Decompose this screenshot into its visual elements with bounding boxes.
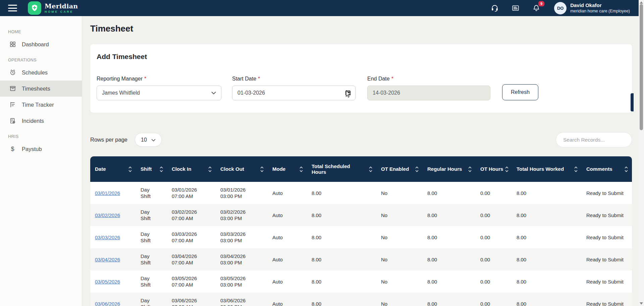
sort-icon[interactable]: [505, 166, 508, 172]
column-header-total-scheduled-hours[interactable]: Total Scheduled Hours: [307, 156, 376, 182]
comments-cell: Ready to Submit: [582, 248, 632, 270]
date-link[interactable]: 03/01/2026: [95, 190, 120, 196]
scrollbar-thumb[interactable]: [640, 4, 643, 130]
sort-icon[interactable]: [260, 166, 264, 172]
sidebar-section-operations: OPERATIONS: [8, 58, 82, 62]
required-asterisk: *: [391, 76, 393, 82]
sidebar-item-incidents[interactable]: Incidents: [0, 113, 82, 129]
sort-icon[interactable]: [300, 166, 303, 172]
date-link[interactable]: 03/05/2026: [95, 279, 120, 285]
notifications-bell-icon[interactable]: 9: [532, 4, 541, 12]
notification-count-badge: 9: [538, 1, 544, 6]
start-date-input[interactable]: [232, 86, 356, 100]
sort-icon[interactable]: [369, 166, 372, 172]
meridian-logo-icon: [28, 1, 41, 15]
total-scheduled-hours-cell: 8.00: [307, 270, 376, 293]
scroll-down-arrow[interactable]: [640, 302, 643, 305]
ot-hours-cell: 0.00: [476, 293, 512, 306]
reporting-manager-select[interactable]: James Whitfield: [97, 86, 221, 100]
user-avatar: DO: [554, 2, 567, 14]
clock-out-cell: 03/03/202603:00 PM: [216, 226, 268, 248]
clock-out-cell: 03/02/202603:00 PM: [216, 204, 268, 226]
end-date-label: End Date*: [367, 76, 490, 82]
sidebar-item-timesheets[interactable]: Timesheets: [0, 81, 82, 97]
sidebar-item-label: Dashboard: [22, 41, 49, 48]
user-name: David Okafor: [570, 2, 630, 9]
clock-in-cell: 03/01/202607:00 AM: [167, 182, 216, 204]
total-scheduled-hours-cell: 8.00: [307, 204, 376, 226]
page-title: Timesheet: [90, 23, 632, 34]
total-scheduled-hours-cell: 8.00: [307, 182, 376, 204]
sort-icon[interactable]: [574, 166, 578, 172]
column-header-ot-hours[interactable]: OT Hours: [476, 156, 512, 182]
table-row: 03/05/2026 DayShift 03/05/202607:00 AM 0…: [90, 270, 632, 293]
date-link[interactable]: 03/02/2026: [95, 212, 120, 218]
brand-logo[interactable]: Meridian HOME CARE: [28, 1, 78, 15]
sort-icon[interactable]: [128, 166, 132, 172]
calendar-icon[interactable]: [345, 90, 351, 97]
page-scrollbar[interactable]: [639, 0, 644, 306]
sidebar-item-schedules[interactable]: Schedules: [0, 64, 82, 81]
timesheet-table: Date Shift Clock In Clock Out Mode Total…: [90, 156, 632, 306]
mode-cell: Auto: [268, 293, 307, 306]
shift-cell: DayShift: [136, 226, 167, 248]
support-headset-icon[interactable]: [490, 4, 499, 12]
search-input[interactable]: [556, 132, 632, 147]
sort-icon[interactable]: [415, 166, 419, 172]
ot-enabled-cell: No: [376, 182, 423, 204]
news-icon[interactable]: [511, 4, 520, 12]
dollar-icon: $: [9, 146, 16, 153]
shift-cell: DayShift: [136, 293, 167, 306]
shift-cell: DayShift: [136, 182, 167, 204]
card-heading: Add Timesheet: [97, 53, 625, 61]
chevron-down-icon: [151, 137, 156, 143]
chevron-down-icon: [211, 90, 216, 96]
sidebar-item-paystub[interactable]: $ Paystub: [0, 141, 82, 157]
sidebar-item-time-tracker[interactable]: Time Tracker: [0, 97, 82, 113]
column-header-mode[interactable]: Mode: [268, 156, 307, 182]
total-scheduled-hours-cell: 8.00: [307, 248, 376, 270]
brand-tagline: HOME CARE: [45, 10, 78, 13]
sidebar-item-label: Time Tracker: [22, 102, 54, 108]
refresh-button[interactable]: Refresh: [502, 84, 538, 100]
column-header-regular-hours[interactable]: Regular Hours: [423, 156, 476, 182]
sidebar-item-label: Timesheets: [22, 86, 50, 92]
sidebar-item-dashboard[interactable]: Dashboard: [0, 36, 82, 52]
shift-cell: DayShift: [136, 248, 167, 270]
column-header-clock-out[interactable]: Clock Out: [216, 156, 268, 182]
sort-icon[interactable]: [160, 166, 163, 172]
comments-cell: Ready to Submit: [582, 293, 632, 306]
date-link[interactable]: 03/03/2026: [95, 235, 120, 240]
sidebar-section-hris: HRIS: [8, 134, 82, 139]
comments-cell: Ready to Submit: [582, 226, 632, 248]
table-row: 03/06/2026 DayShift 03/06/202607:00 AM 0…: [90, 293, 632, 306]
reporting-manager-value: James Whitfield: [102, 90, 140, 96]
add-timesheet-card: Add Timesheet Reporting Manager* James W…: [90, 44, 632, 113]
scroll-up-arrow[interactable]: [640, 1, 643, 4]
ot-enabled-cell: No: [376, 226, 423, 248]
reporting-manager-label: Reporting Manager*: [97, 76, 221, 82]
date-link[interactable]: 03/06/2026: [95, 301, 120, 306]
shift-cell: DayShift: [136, 204, 167, 226]
total-hours-worked-cell: 8.00: [512, 248, 582, 270]
menu-toggle-button[interactable]: [8, 5, 17, 11]
column-header-comments[interactable]: Comments: [582, 156, 632, 182]
user-menu[interactable]: DO David Okafor meridian home care (Empl…: [554, 2, 630, 14]
column-header-total-hours-worked[interactable]: Total Hours Worked: [512, 156, 582, 182]
end-date-input: [367, 86, 490, 100]
ot-hours-cell: 0.00: [476, 182, 512, 204]
date-link[interactable]: 03/04/2026: [95, 257, 120, 262]
column-header-clock-in[interactable]: Clock In: [167, 156, 216, 182]
comments-cell: Ready to Submit: [582, 204, 632, 226]
sort-icon[interactable]: [468, 166, 472, 172]
rows-per-page-select[interactable]: 10: [135, 133, 162, 147]
ot-enabled-cell: No: [376, 270, 423, 293]
main-content: Timesheet Add Timesheet Reporting Manage…: [82, 16, 639, 306]
column-header-ot-enabled[interactable]: OT Enabled: [376, 156, 423, 182]
column-header-date[interactable]: Date: [90, 156, 136, 182]
sort-icon[interactable]: [625, 166, 628, 172]
column-header-shift[interactable]: Shift: [136, 156, 167, 182]
sort-icon[interactable]: [208, 166, 212, 172]
sidebar-item-label: Incidents: [22, 118, 44, 124]
regular-hours-cell: 8.00: [423, 270, 476, 293]
